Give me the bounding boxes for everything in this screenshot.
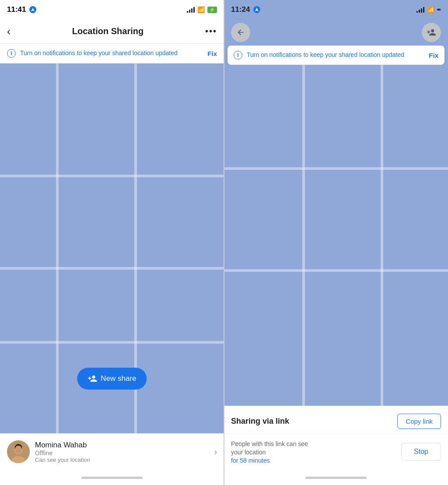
status-icons-right: 📶 [416,6,441,13]
home-bar-left [81,477,143,479]
wifi-icon-left: 📶 [197,6,205,13]
sharing-link-row: Sharing via link Copy link [224,406,448,434]
fix-button-right[interactable]: Fix [429,52,438,59]
new-share-button[interactable]: New share [77,368,147,390]
sharing-desc-line1: People with this link can see your locat… [231,440,401,457]
user-row[interactable]: Momina Wahab Offline Can see your locati… [0,433,224,470]
user-sublabel: Can see your location [35,457,209,463]
sharing-title: Sharing via link [231,417,289,426]
navigation-icon-right [253,6,260,13]
copy-link-button[interactable]: Copy link [397,414,441,429]
more-button-left[interactable]: ••• [205,26,217,36]
map-area-left: New share [0,63,224,433]
right-panel: 11:24 📶 i Turn on [224,0,448,485]
signal-icon-right [416,7,424,13]
back-button-right[interactable] [231,23,250,42]
sharing-desc-row: People with this link can see your locat… [224,434,448,470]
svg-marker-0 [31,8,35,11]
panel-divider [224,0,224,485]
user-info: Momina Wahab Offline Can see your locati… [35,441,209,463]
notification-banner-right: i Turn on notifications to keep your sha… [228,46,444,65]
status-time-left: 11:41 [7,5,36,14]
svg-point-5 [15,446,22,453]
navigation-icon-left [29,6,36,13]
svg-marker-6 [255,8,259,11]
bottom-sheet: Sharing via link Copy link People with t… [224,406,448,470]
status-bar-right: 11:24 📶 [224,0,448,19]
home-bar-right [305,477,367,479]
left-panel: 11:41 📶 ⚡ ‹ Location Sharing ••• i Turn … [0,0,224,485]
sharing-desc: People with this link can see your locat… [231,440,401,464]
status-time-right: 11:24 [231,5,260,14]
page-title: Location Sharing [72,26,144,36]
status-bar-left: 11:41 📶 ⚡ [0,0,224,19]
time-left: 11:41 [7,5,26,14]
nav-bar: ‹ Location Sharing ••• [0,19,224,44]
battery-icon-left: ⚡ [207,7,217,13]
wifi-icon-right: 📶 [427,6,434,13]
top-controls [224,19,448,46]
new-share-label: New share [101,374,136,383]
sharing-timer: for 58 minutes [231,457,401,464]
stop-button[interactable]: Stop [401,443,441,460]
info-icon-left: i [7,49,16,58]
avatar [7,440,30,463]
home-indicator-right [224,470,448,485]
back-button-left[interactable]: ‹ [7,25,10,38]
signal-icon-left [187,7,195,13]
battery-icon-right [437,9,441,11]
status-icons-left: 📶 ⚡ [187,6,217,13]
map-area-right [224,65,448,406]
notification-text-left: Turn on notifications to keep your share… [20,49,203,58]
time-right: 11:24 [231,5,250,14]
add-person-button[interactable] [422,23,441,42]
info-icon-right: i [234,51,242,60]
user-status: Offline [35,450,209,457]
notification-text-right: Turn on notifications to keep your share… [247,51,424,60]
home-indicator-left [0,470,224,485]
notification-banner-left: i Turn on notifications to keep your sha… [0,44,224,63]
user-name: Momina Wahab [35,441,209,450]
chevron-right-icon: › [214,447,217,457]
fix-button-left[interactable]: Fix [207,50,217,57]
